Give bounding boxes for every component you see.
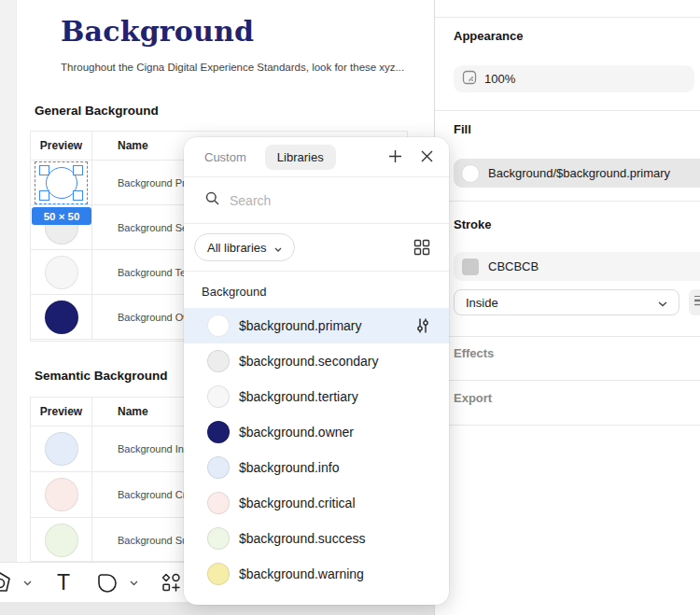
- search-row[interactable]: Search: [184, 177, 449, 224]
- library-item[interactable]: $background.warning: [184, 556, 449, 592]
- search-input[interactable]: Search: [230, 193, 271, 208]
- stroke-color-swatch[interactable]: [462, 259, 479, 275]
- color-swatch: [207, 563, 230, 585]
- comment-tool-dropdown[interactable]: [127, 563, 140, 602]
- library-item-label: $background.info: [239, 460, 339, 475]
- library-item[interactable]: $background.info: [184, 450, 449, 485]
- library-item[interactable]: $background.tertiary: [184, 379, 449, 414]
- comment-tool-button[interactable]: [93, 563, 121, 602]
- circle-swatch[interactable]: [45, 478, 78, 511]
- preview-cell[interactable]: [31, 161, 92, 204]
- section-heading-semantic: Semantic Background: [35, 369, 168, 383]
- grid-icon: [413, 243, 430, 259]
- panel-header: Custom Libraries: [184, 137, 449, 177]
- library-filter-value: All libraries: [207, 241, 267, 255]
- actions-shapes-icon: [161, 573, 181, 593]
- stroke-weight-button[interactable]: [689, 289, 700, 315]
- stroke-color-row[interactable]: CBCBCB: [454, 252, 700, 281]
- edit-variable-button[interactable]: [415, 317, 430, 338]
- comment-bubble-icon: [96, 572, 119, 594]
- circle-swatch[interactable]: [45, 524, 78, 557]
- library-item-label: $background.warning: [239, 566, 364, 581]
- text-tool-icon: T: [57, 570, 70, 595]
- close-button[interactable]: [417, 148, 436, 167]
- opacity-icon: [462, 70, 477, 88]
- shape-tool-button[interactable]: [0, 563, 14, 602]
- color-swatch: [207, 456, 230, 479]
- library-item-label: $background.owner: [239, 425, 354, 440]
- divider: [435, 425, 700, 426]
- library-item[interactable]: $background.secondary: [184, 343, 449, 379]
- color-swatch: [207, 385, 230, 408]
- fill-value: Background/$background.primary: [488, 166, 670, 180]
- close-icon: [421, 149, 433, 166]
- color-swatch: [207, 421, 230, 443]
- color-swatch: [207, 492, 230, 514]
- preview-cell[interactable]: [31, 295, 92, 339]
- preview-cell[interactable]: [31, 472, 92, 517]
- preview-cell[interactable]: [31, 250, 92, 294]
- canvas-background: [0, 0, 17, 602]
- stroke-weight-icon: [693, 294, 700, 311]
- color-swatch: [207, 527, 230, 550]
- effects-section-label[interactable]: Effects: [454, 346, 494, 360]
- fill-section-label: Fill: [454, 122, 471, 136]
- section-heading-general: General Background: [35, 104, 159, 118]
- pen-nib-icon: [0, 570, 13, 596]
- page-subtitle: Throughout the Cigna Digital Experience …: [61, 62, 404, 73]
- add-button[interactable]: [385, 148, 404, 167]
- library-item-label: $background.primary: [239, 318, 362, 333]
- selection-handle[interactable]: [39, 190, 49, 201]
- text-tool-button[interactable]: T: [51, 563, 76, 602]
- export-section-label[interactable]: Export: [454, 391, 492, 405]
- library-item[interactable]: $background.owner: [184, 414, 449, 450]
- tab-libraries[interactable]: Libraries: [265, 145, 336, 170]
- grid-view-button[interactable]: [413, 239, 430, 259]
- appearance-section-label: Appearance: [454, 29, 523, 43]
- selection-bounding-box[interactable]: [35, 161, 88, 204]
- opacity-value: 100%: [484, 72, 515, 86]
- library-controls-row: All libraries: [184, 224, 449, 272]
- shape-tool-dropdown[interactable]: [21, 563, 34, 602]
- opacity-field[interactable]: 100%: [454, 65, 694, 92]
- selection-handle[interactable]: [73, 165, 83, 175]
- divider: [435, 201, 700, 202]
- sliders-icon: [415, 321, 430, 337]
- library-item-label: $background.tertiary: [239, 389, 358, 404]
- page-title: Background: [61, 15, 254, 48]
- preview-cell[interactable]: [31, 518, 92, 562]
- fill-color-swatch[interactable]: [461, 164, 480, 183]
- color-swatch: [207, 350, 230, 372]
- library-item[interactable]: $background.primary: [184, 308, 449, 343]
- column-header-preview: Preview: [31, 132, 92, 160]
- library-item-label: $background.success: [239, 531, 365, 546]
- column-header-preview: Preview: [31, 398, 92, 426]
- library-group-label: Background: [184, 272, 449, 308]
- chevron-down-icon: [274, 241, 282, 255]
- library-item-label: $background.critical: [239, 496, 356, 510]
- circle-swatch[interactable]: [45, 432, 78, 466]
- library-item[interactable]: $background.critical: [184, 485, 449, 521]
- stroke-position-dropdown[interactable]: Inside: [454, 289, 679, 315]
- chevron-down-icon: [130, 580, 138, 586]
- stroke-section-label: Stroke: [454, 217, 491, 231]
- chevron-down-icon: [23, 580, 32, 586]
- divider: [435, 110, 700, 111]
- stroke-hex-value: CBCBCB: [488, 259, 539, 273]
- plus-icon: [388, 149, 402, 167]
- selection-handle[interactable]: [73, 190, 83, 201]
- resources-button[interactable]: [158, 563, 184, 602]
- circle-swatch[interactable]: [45, 301, 78, 334]
- color-swatch: [207, 314, 230, 337]
- figma-app-window: Background Throughout the Cigna Digital …: [0, 0, 700, 615]
- fill-row[interactable]: Background/$background.primary: [454, 159, 700, 188]
- preview-cell[interactable]: [31, 426, 92, 471]
- divider: [435, 17, 700, 18]
- circle-swatch[interactable]: [45, 256, 78, 289]
- library-filter-dropdown[interactable]: All libraries: [194, 233, 295, 261]
- library-item[interactable]: $background.success: [184, 521, 449, 556]
- selection-handle[interactable]: [39, 165, 49, 175]
- tab-custom[interactable]: Custom: [204, 150, 246, 164]
- library-item-label: $background.secondary: [239, 354, 378, 369]
- divider: [435, 380, 700, 381]
